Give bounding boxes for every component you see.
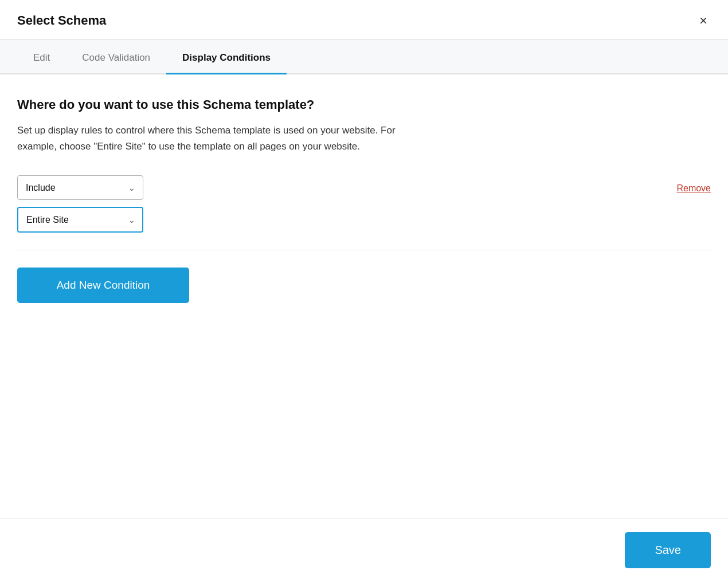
modal-title: Select Schema	[17, 13, 106, 28]
close-button[interactable]: ×	[696, 13, 711, 29]
modal-header: Select Schema ×	[0, 0, 728, 40]
tab-edit[interactable]: Edit	[17, 40, 66, 74]
site-select-wrapper: Entire Site Homepage Blog Posts Category…	[17, 207, 143, 233]
condition-row-container: Include Exclude ⌄ Entire Site Homepage B…	[17, 175, 711, 233]
tab-display-conditions[interactable]: Display Conditions	[166, 40, 287, 74]
modal-footer: Save	[0, 518, 728, 582]
site-select[interactable]: Entire Site Homepage Blog Posts Category…	[17, 207, 143, 233]
remove-button[interactable]: Remove	[676, 183, 711, 194]
add-new-condition-button[interactable]: Add New Condition	[17, 268, 189, 303]
section-description: Set up display rules to control where th…	[17, 123, 418, 155]
condition-selects: Include Exclude ⌄ Entire Site Homepage B…	[17, 175, 143, 233]
tab-code-validation[interactable]: Code Validation	[66, 40, 166, 74]
save-button[interactable]: Save	[625, 532, 711, 568]
modal-body: Where do you want to use this Schema tem…	[0, 74, 728, 518]
tabs-bar: Edit Code Validation Display Conditions	[0, 40, 728, 74]
include-select-wrapper: Include Exclude ⌄	[17, 175, 143, 200]
divider	[17, 250, 711, 250]
section-heading: Where do you want to use this Schema tem…	[17, 97, 711, 112]
modal: Select Schema × Edit Code Validation Dis…	[0, 0, 728, 582]
include-select[interactable]: Include Exclude	[17, 175, 143, 200]
